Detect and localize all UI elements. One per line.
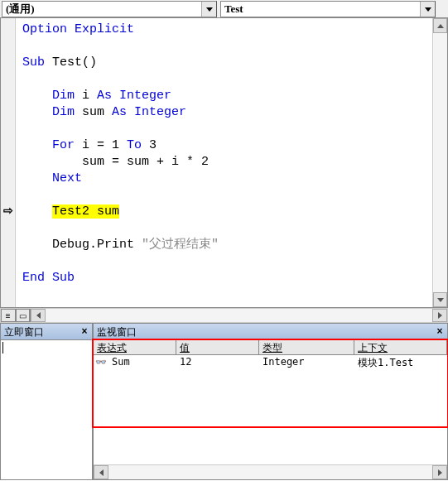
chevron-down-icon — [437, 298, 444, 302]
chevron-down-icon — [425, 7, 431, 12]
execution-pointer-icon: ⇨ — [3, 204, 13, 217]
object-combo-text: (通用) — [2, 2, 201, 17]
watch-window: 监视窗口 × 表达式 值 类型 上下文 👓Sum12Integer模块1.Tes… — [93, 323, 448, 480]
full-module-view-button[interactable]: ▭ — [16, 309, 31, 322]
immediate-window: 立即窗口 × — [0, 323, 93, 480]
scroll-up-button[interactable] — [433, 18, 447, 33]
chevron-left-icon — [36, 312, 41, 319]
close-icon[interactable]: × — [434, 325, 446, 337]
close-icon[interactable]: × — [79, 325, 90, 337]
vertical-scrollbar[interactable] — [432, 18, 447, 307]
scroll-right-button[interactable] — [432, 309, 447, 322]
chevron-up-icon — [437, 24, 444, 28]
watch-header-context[interactable]: 上下文 — [354, 340, 447, 354]
code-gutter: ⇨ — [1, 18, 16, 307]
immediate-body[interactable] — [1, 340, 92, 479]
watch-header-expression[interactable]: 表达式 — [94, 340, 176, 354]
scroll-track[interactable] — [433, 33, 447, 292]
chevron-right-icon — [438, 312, 442, 319]
immediate-title-text: 立即窗口 — [4, 326, 44, 338]
object-proc-bar: (通用) Test — [0, 0, 448, 18]
watch-icon: 👓 — [95, 357, 107, 368]
chevron-right-icon — [438, 469, 442, 476]
chevron-left-icon — [99, 469, 104, 476]
procedure-combo-text: Test — [221, 2, 420, 16]
scroll-track[interactable] — [46, 309, 432, 322]
procedure-combo[interactable]: Test — [220, 1, 436, 17]
scroll-right-button[interactable] — [432, 465, 447, 479]
watch-header-value[interactable]: 值 — [176, 340, 259, 354]
watch-header-type[interactable]: 类型 — [259, 340, 354, 354]
watch-horizontal-scrollbar[interactable] — [94, 464, 447, 479]
code-editor: ⇨ Option Explicit Sub Test() Dim i As In… — [0, 18, 448, 308]
view-toggle-group: ≡ ▭ — [1, 309, 31, 322]
watch-body[interactable]: 👓Sum12Integer模块1.Test — [94, 355, 447, 464]
horizontal-scrollbar[interactable]: ≡ ▭ — [0, 308, 448, 323]
scroll-left-button[interactable] — [94, 465, 108, 479]
code-content[interactable]: Option Explicit Sub Test() Dim i As Inte… — [16, 18, 432, 307]
immediate-window-title: 立即窗口 × — [1, 324, 92, 340]
scroll-left-button[interactable] — [31, 309, 46, 322]
object-combo[interactable]: (通用) — [2, 1, 217, 17]
chevron-down-icon — [206, 7, 213, 12]
procedure-view-button[interactable]: ≡ — [1, 309, 16, 322]
bottom-panes: 立即窗口 × 监视窗口 × 表达式 值 类型 上下文 👓Sum12Integer… — [0, 323, 448, 480]
watch-title-text: 监视窗口 — [97, 326, 137, 338]
watch-row[interactable]: 👓Sum12Integer模块1.Test — [94, 355, 447, 371]
scroll-down-button[interactable] — [433, 292, 447, 307]
object-combo-button[interactable] — [201, 2, 216, 17]
watch-window-title: 监视窗口 × — [94, 324, 447, 340]
watch-header-row: 表达式 值 类型 上下文 — [94, 340, 447, 355]
scroll-track[interactable] — [108, 465, 432, 479]
procedure-combo-button[interactable] — [420, 2, 435, 17]
text-cursor — [2, 342, 3, 354]
